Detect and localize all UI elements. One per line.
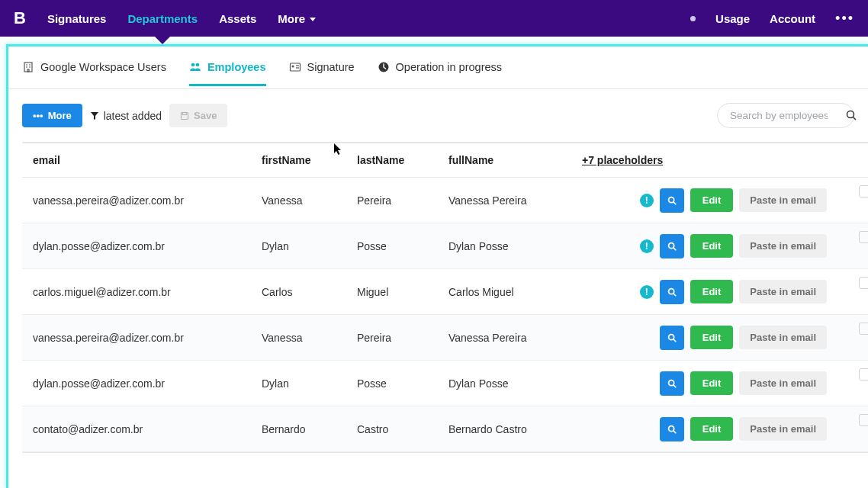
cell-fullname: Vanessa Pereira xyxy=(438,178,571,223)
cell-lastname: Posse xyxy=(346,361,438,406)
cell-actions: EditPaste in email xyxy=(571,315,837,361)
svg-line-16 xyxy=(854,117,857,120)
th-placeholders[interactable]: +7 placeholders xyxy=(571,143,837,178)
cell-actions: !EditPaste in email xyxy=(571,269,837,315)
nav-active-caret-icon xyxy=(155,37,170,44)
cell-checkbox xyxy=(837,406,868,452)
save-label: Save xyxy=(194,110,217,121)
svg-point-7 xyxy=(196,63,200,67)
row-checkbox[interactable] xyxy=(859,323,868,335)
tab-employees[interactable]: Employees xyxy=(189,61,266,86)
cell-fullname: Carlos Miguel xyxy=(438,269,571,315)
nav-overflow-icon[interactable]: ••• xyxy=(835,11,854,27)
nav-account[interactable]: Account xyxy=(770,12,815,25)
cell-firstname: Vanessa xyxy=(251,178,346,223)
view-button[interactable] xyxy=(660,280,684,304)
cell-fullname: Dylan Posse xyxy=(438,361,571,406)
cell-actions: !EditPaste in email xyxy=(571,223,837,269)
tab-employees-label: Employees xyxy=(207,61,266,73)
nav-assets[interactable]: Assets xyxy=(219,12,256,25)
cell-firstname: Dylan xyxy=(251,223,346,269)
svg-line-20 xyxy=(673,247,676,250)
paste-in-email-button[interactable]: Paste in email xyxy=(739,280,827,303)
tab-signature-label: Signature xyxy=(307,61,355,73)
nav-more[interactable]: More xyxy=(278,12,316,25)
magnify-icon xyxy=(667,332,677,343)
clock-icon xyxy=(378,61,390,73)
nav-right: Usage Account ••• xyxy=(690,11,854,27)
nav-usage[interactable]: Usage xyxy=(715,12,750,25)
cell-email: dylan.posse@adizer.com.br xyxy=(22,361,251,406)
tab-signature[interactable]: Signature xyxy=(289,61,355,86)
row-checkbox[interactable] xyxy=(859,277,868,289)
th-fullname: fullName xyxy=(438,143,571,178)
search-input[interactable] xyxy=(717,103,854,128)
paste-in-email-button[interactable]: Paste in email xyxy=(739,371,827,395)
cell-email: carlos.miguel@adizer.com.br xyxy=(22,269,251,315)
nav-departments[interactable]: Departments xyxy=(127,12,198,25)
svg-point-21 xyxy=(668,288,674,294)
view-button[interactable] xyxy=(660,371,684,396)
cell-lastname: Posse xyxy=(346,223,438,269)
edit-button[interactable]: Edit xyxy=(690,280,734,303)
edit-button[interactable]: Edit xyxy=(690,326,734,349)
row-checkbox[interactable] xyxy=(859,185,868,197)
edit-button[interactable]: Edit xyxy=(690,371,734,395)
table-row: dylan.posse@adizer.com.brDylanPosseDylan… xyxy=(22,223,868,269)
row-checkbox[interactable] xyxy=(859,368,868,380)
cell-lastname: Pereira xyxy=(346,315,438,361)
table-row: dylan.posse@adizer.com.brDylanPosseDylan… xyxy=(22,361,868,406)
sub-tabs: Google Workspace Users Employees Signatu… xyxy=(8,47,868,89)
cell-email: vanessa.pereira@adizer.com.br xyxy=(22,178,251,223)
magnify-icon xyxy=(667,378,677,389)
view-button[interactable] xyxy=(660,234,684,258)
save-icon xyxy=(180,111,189,120)
employees-table: email firstName lastName fullName +7 pla… xyxy=(22,142,868,453)
edit-button[interactable]: Edit xyxy=(690,188,734,212)
svg-point-17 xyxy=(668,197,674,202)
paste-in-email-button[interactable]: Paste in email xyxy=(739,417,827,441)
view-button[interactable] xyxy=(660,188,684,213)
nav-signatures[interactable]: Signatures xyxy=(47,12,107,25)
edit-button[interactable]: Edit xyxy=(690,417,734,441)
th-checkbox xyxy=(837,143,868,178)
paste-in-email-button[interactable]: Paste in email xyxy=(739,234,827,258)
svg-line-22 xyxy=(673,293,676,296)
paste-in-email-button[interactable]: Paste in email xyxy=(739,188,827,212)
cell-checkbox xyxy=(837,223,868,269)
cell-firstname: Dylan xyxy=(251,361,346,406)
svg-point-6 xyxy=(191,63,195,67)
filter-icon xyxy=(90,111,99,120)
logo: B xyxy=(14,8,26,28)
cell-checkbox xyxy=(837,361,868,406)
top-nav: B Signatures Departments Assets More Usa… xyxy=(0,0,868,37)
tab-google-workspace-label: Google Workspace Users xyxy=(40,61,166,73)
toolbar-more-button[interactable]: ••• More xyxy=(22,104,82,127)
dots-icon: ••• xyxy=(33,110,43,121)
view-button[interactable] xyxy=(660,326,684,350)
svg-rect-8 xyxy=(290,63,300,71)
svg-line-26 xyxy=(673,384,676,387)
svg-point-23 xyxy=(668,334,674,339)
paste-in-email-button[interactable]: Paste in email xyxy=(739,326,827,349)
toolbar-more-label: More xyxy=(48,110,72,121)
alert-icon: ! xyxy=(640,239,654,253)
cell-fullname: Bernardo Castro xyxy=(438,406,571,452)
svg-rect-5 xyxy=(27,69,29,72)
svg-rect-14 xyxy=(183,112,187,114)
svg-point-9 xyxy=(291,66,294,68)
filter-latest-added[interactable]: latest added xyxy=(90,110,162,122)
view-button[interactable] xyxy=(660,417,684,441)
edit-button[interactable]: Edit xyxy=(690,234,734,258)
row-checkbox[interactable] xyxy=(859,414,868,426)
cell-lastname: Castro xyxy=(346,406,438,452)
tab-google-workspace[interactable]: Google Workspace Users xyxy=(22,61,166,86)
table-row: contato@adizer.com.brBernardoCastroBerna… xyxy=(22,406,868,452)
svg-line-28 xyxy=(673,430,676,433)
alert-icon: ! xyxy=(640,194,654,207)
cell-firstname: Bernardo xyxy=(251,406,346,452)
svg-point-15 xyxy=(847,111,854,118)
tab-operation[interactable]: Operation in progress xyxy=(378,61,502,86)
row-checkbox[interactable] xyxy=(859,231,868,243)
magnify-icon xyxy=(667,195,677,206)
